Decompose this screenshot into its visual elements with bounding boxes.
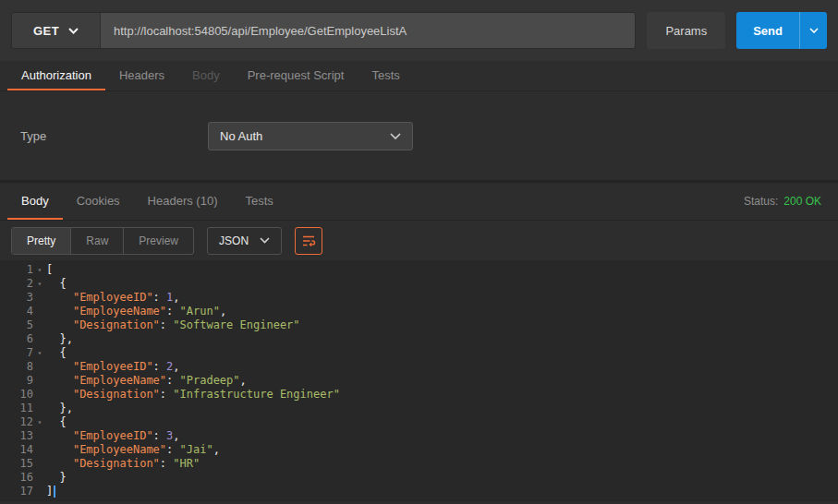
fold-spacer bbox=[33, 305, 46, 318]
send-button[interactable]: Send bbox=[736, 12, 799, 49]
wrap-lines-button[interactable] bbox=[295, 227, 322, 255]
code-line: 4 "EmployeeName": "Arun", bbox=[0, 305, 838, 318]
language-value: JSON bbox=[219, 234, 249, 247]
view-mode-switch: Pretty Raw Preview bbox=[11, 227, 194, 255]
fold-spacer bbox=[33, 291, 46, 305]
request-tabs: Authorization Headers Body Pre-request S… bbox=[0, 61, 838, 91]
fold-spacer bbox=[33, 457, 46, 471]
auth-type-select[interactable]: No Auth bbox=[208, 122, 413, 150]
tab-tests[interactable]: Tests bbox=[358, 61, 413, 90]
send-button-group: Send bbox=[736, 12, 827, 49]
tab-response-headers[interactable]: Headers (10) bbox=[134, 183, 232, 220]
fold-caret-icon[interactable]: ▾ bbox=[33, 415, 46, 429]
tab-response-tests[interactable]: Tests bbox=[231, 183, 286, 220]
view-mode-preview[interactable]: Preview bbox=[124, 228, 193, 254]
fold-spacer bbox=[33, 360, 46, 374]
auth-type-value: No Auth bbox=[220, 129, 262, 143]
method-label: GET bbox=[33, 24, 59, 38]
authorization-panel: Type No Auth bbox=[0, 91, 838, 183]
fold-spacer bbox=[33, 471, 46, 485]
chevron-down-icon bbox=[390, 133, 401, 139]
code-line: 15 "Designation": "HR" bbox=[0, 457, 838, 471]
tab-response-body[interactable]: Body bbox=[7, 183, 63, 220]
method-url-group: GET bbox=[11, 12, 636, 49]
tab-pre-request-script[interactable]: Pre-request Script bbox=[234, 61, 358, 90]
code-line: 12▾ { bbox=[0, 415, 838, 429]
auth-type-label: Type bbox=[0, 129, 208, 143]
fold-spacer bbox=[33, 443, 46, 457]
chevron-down-icon bbox=[809, 28, 819, 33]
code-line: 13 "EmployeeID": 3, bbox=[0, 429, 838, 443]
response-body-editor[interactable]: 1▾[2▾ {3 "EmployeeID": 1,4 "EmployeeName… bbox=[0, 260, 838, 501]
code-line: 2▾ { bbox=[0, 277, 838, 291]
language-select[interactable]: JSON bbox=[207, 227, 282, 255]
code-line: 1▾[ bbox=[0, 263, 838, 277]
code-line: 14 "EmployeeName": "Jai", bbox=[0, 443, 838, 457]
response-toolbar: Pretty Raw Preview JSON bbox=[0, 221, 838, 260]
fold-spacer bbox=[33, 318, 46, 332]
tab-headers[interactable]: Headers bbox=[105, 61, 178, 90]
send-options-button[interactable] bbox=[799, 12, 827, 49]
fold-spacer bbox=[33, 332, 46, 346]
wrap-lines-icon bbox=[301, 234, 316, 248]
code-line: 9 "EmployeeName": "Pradeep", bbox=[0, 374, 838, 388]
fold-spacer bbox=[33, 429, 46, 443]
params-button[interactable]: Params bbox=[647, 12, 725, 49]
code-line: 5 "Designation": "Software Engineer" bbox=[0, 318, 838, 332]
view-mode-pretty[interactable]: Pretty bbox=[12, 228, 71, 254]
url-input[interactable] bbox=[101, 13, 635, 48]
code-line: 17] bbox=[0, 485, 838, 498]
code-line: 8 "EmployeeID": 2, bbox=[0, 360, 838, 374]
fold-spacer bbox=[33, 374, 46, 388]
code-line: 3 "EmployeeID": 1, bbox=[0, 291, 838, 305]
response-tabs: Body Cookies Headers (10) Tests Status: … bbox=[0, 183, 838, 221]
chevron-down-icon bbox=[68, 28, 79, 34]
tab-response-cookies[interactable]: Cookies bbox=[63, 183, 134, 220]
code-line: 6 }, bbox=[0, 332, 838, 346]
view-mode-raw[interactable]: Raw bbox=[71, 228, 124, 254]
response-status: Status: 200 OK bbox=[744, 195, 831, 208]
code-lines: 1▾[2▾ {3 "EmployeeID": 1,4 "EmployeeName… bbox=[0, 263, 838, 498]
code-line: 16 } bbox=[0, 471, 838, 485]
fold-caret-icon[interactable]: ▾ bbox=[33, 346, 46, 360]
fold-spacer bbox=[33, 388, 46, 402]
code-line: 11 }, bbox=[0, 402, 838, 415]
status-badge: 200 OK bbox=[783, 195, 821, 208]
code-line: 7▾ { bbox=[0, 346, 838, 360]
fold-spacer bbox=[33, 402, 46, 415]
request-bar: GET Params Send bbox=[0, 0, 838, 61]
method-dropdown[interactable]: GET bbox=[12, 13, 101, 48]
status-label: Status: bbox=[744, 195, 778, 208]
fold-caret-icon[interactable]: ▾ bbox=[33, 263, 46, 277]
fold-caret-icon[interactable]: ▾ bbox=[33, 277, 46, 291]
code-line: 10 "Designation": "Infrastructure Engine… bbox=[0, 388, 838, 402]
tab-body[interactable]: Body bbox=[178, 61, 234, 90]
fold-spacer bbox=[33, 485, 46, 498]
text-cursor bbox=[54, 486, 55, 498]
chevron-down-icon bbox=[260, 237, 270, 244]
tab-authorization[interactable]: Authorization bbox=[7, 61, 105, 90]
